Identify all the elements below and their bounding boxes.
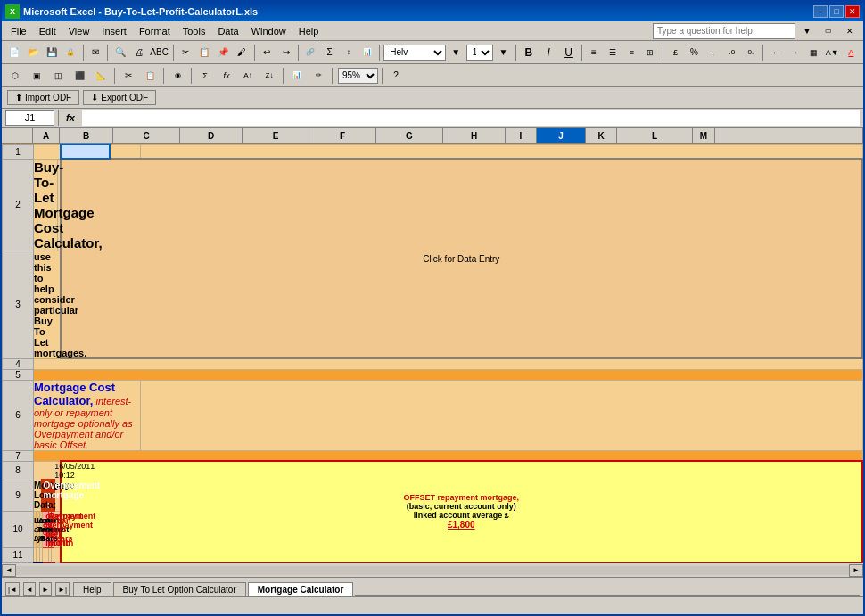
font-selector[interactable]: Helv	[383, 45, 445, 61]
cell-10-loan-amount-header[interactable]: Loan amount£'s	[34, 511, 37, 548]
tab-scroll-left[interactable]: |◄	[5, 582, 20, 596]
tb2-btn4[interactable]: ⬛	[70, 67, 89, 85]
increase-decimal[interactable]: .0	[723, 44, 740, 62]
col-header-l[interactable]: L	[617, 128, 693, 143]
menu-data[interactable]: Data	[212, 24, 243, 38]
cell-1a[interactable]	[34, 144, 61, 159]
borders-button[interactable]: ▦	[805, 44, 822, 62]
chart-wizard[interactable]: 📊	[358, 44, 375, 62]
cell-10-interest-rate-header[interactable]: LoanInterest Rate	[39, 511, 42, 548]
row-num-8[interactable]: 8	[3, 461, 34, 480]
col-header-k[interactable]: K	[586, 128, 617, 143]
comma-style[interactable]: ,	[704, 44, 721, 62]
menu-help[interactable]: Help	[293, 24, 325, 38]
row-num-5[interactable]: 5	[3, 369, 34, 380]
font-dropdown[interactable]: ▼	[448, 44, 465, 62]
window-restore[interactable]: ▭	[819, 22, 838, 40]
new-button[interactable]: 📄	[5, 44, 22, 62]
redo-button[interactable]: ↪	[277, 44, 294, 62]
cell-10-loan-term-header[interactable]: Loan Termyears	[37, 511, 39, 548]
cell-2a-span[interactable]: Buy-To-Let Mortgage Cost Calculator,	[34, 159, 54, 251]
menu-insert[interactable]: Insert	[96, 24, 132, 38]
scroll-track[interactable]	[16, 566, 849, 575]
col-header-g[interactable]: G	[376, 128, 443, 143]
row-num-11[interactable]: 11	[3, 548, 34, 563]
email-button[interactable]: ✉	[86, 44, 103, 62]
tb2-btn3[interactable]: ◫	[48, 67, 68, 85]
cell-9-mortgage-data[interactable]: Mortgage Loan Data;	[34, 480, 43, 511]
export-odf-button[interactable]: ⬇ Export ODF	[83, 90, 156, 105]
tb2-chart[interactable]: 📊	[287, 67, 307, 85]
font-color[interactable]: A	[843, 44, 860, 62]
menu-view[interactable]: View	[63, 24, 95, 38]
row-num-2[interactable]: 2	[3, 159, 34, 251]
decrease-decimal[interactable]: 0.	[742, 44, 759, 62]
scroll-left-btn[interactable]: ◄	[2, 564, 16, 577]
cell-8-empty[interactable]	[34, 461, 54, 480]
row-num-3[interactable]: 3	[3, 251, 34, 358]
paste-button[interactable]: 📌	[215, 44, 232, 62]
row-num-9[interactable]: 9	[3, 480, 34, 511]
tb2-sort-z[interactable]: Z↓	[260, 67, 279, 85]
col-header-h[interactable]: H	[443, 128, 506, 143]
increase-indent[interactable]: →	[786, 44, 803, 62]
click-for-data-button[interactable]: Click for Data Entry	[61, 159, 863, 358]
tb2-scissors[interactable]: ✂	[119, 67, 138, 85]
cell-10-overpayment-month-header[interactable]: overpayment£ per month	[45, 511, 48, 548]
percent-button[interactable]: %	[686, 44, 703, 62]
cell-1l[interactable]	[141, 144, 863, 159]
size-dropdown[interactable]: ▼	[495, 44, 512, 62]
tb2-btn5[interactable]: 📐	[91, 67, 111, 85]
save-button[interactable]: 💾	[43, 44, 60, 62]
decrease-indent[interactable]: ←	[767, 44, 784, 62]
help-search[interactable]	[653, 23, 795, 39]
cell-3span[interactable]: use this to help consider particular Buy…	[34, 251, 61, 358]
tab-scroll-prev[interactable]: ◄	[23, 582, 36, 596]
offset-mortgage-box[interactable]: OFFSET repayment mortgage, (basic, curre…	[61, 461, 863, 563]
underline-button[interactable]: U	[559, 44, 577, 62]
italic-button[interactable]: I	[540, 44, 557, 62]
col-header-b[interactable]: B	[60, 128, 113, 143]
col-header-a[interactable]: A	[33, 128, 60, 143]
cut-button[interactable]: ✂	[177, 44, 194, 62]
row-num-6[interactable]: 6	[3, 380, 34, 450]
minimize-button[interactable]: —	[813, 5, 828, 18]
tab-help[interactable]: Help	[73, 582, 111, 596]
col-header-e[interactable]: E	[243, 128, 309, 143]
cell-10-payment-header[interactable]: Payment£ per month	[48, 511, 51, 548]
cell-4[interactable]	[34, 358, 863, 369]
tab-scroll-next[interactable]: ►	[39, 582, 52, 596]
cell-reference[interactable]: J1	[5, 110, 54, 126]
print-preview[interactable]: 🔍	[111, 44, 128, 62]
menu-window[interactable]: Window	[246, 24, 292, 38]
open-button[interactable]: 📂	[24, 44, 41, 62]
cell-6-title[interactable]: Mortgage Cost Calculator, interest-only …	[34, 380, 141, 450]
tb2-fx[interactable]: fx	[217, 67, 236, 85]
formula-input[interactable]	[82, 110, 860, 126]
cell-8-datetime[interactable]: 16/05/2011 10:12	[54, 461, 61, 480]
import-odf-button[interactable]: ⬆ Import ODF	[7, 90, 79, 105]
undo-button[interactable]: ↩	[259, 44, 276, 62]
tb2-draw[interactable]: ✏	[309, 67, 328, 85]
copy-button[interactable]: 📋	[196, 44, 213, 62]
row-num-4[interactable]: 4	[3, 358, 34, 369]
permissions-button[interactable]: 🔒	[62, 44, 78, 62]
size-selector[interactable]: 18	[466, 45, 493, 61]
scroll-right-btn[interactable]: ►	[849, 564, 863, 577]
col-header-d[interactable]: D	[180, 128, 243, 143]
row-num-7[interactable]: 7	[3, 450, 34, 461]
spell-check[interactable]: ABC	[150, 44, 169, 62]
cell-12-end[interactable]	[54, 563, 61, 563]
menu-file[interactable]: File	[5, 24, 32, 38]
col-header-i[interactable]: I	[506, 128, 537, 143]
menu-edit[interactable]: Edit	[34, 24, 62, 38]
currency-button[interactable]: £	[667, 44, 684, 62]
align-center[interactable]: ☰	[605, 44, 622, 62]
zoom-selector[interactable]: 95%	[338, 68, 378, 84]
row-num-10[interactable]: 10	[3, 511, 34, 548]
row-num-12[interactable]: 12	[3, 563, 34, 563]
bold-button[interactable]: B	[520, 44, 538, 62]
tb2-sort-a[interactable]: A↑	[238, 67, 258, 85]
title-bar-buttons[interactable]: — □ ✕	[813, 5, 860, 18]
sort-asc[interactable]: ↕	[340, 44, 357, 62]
